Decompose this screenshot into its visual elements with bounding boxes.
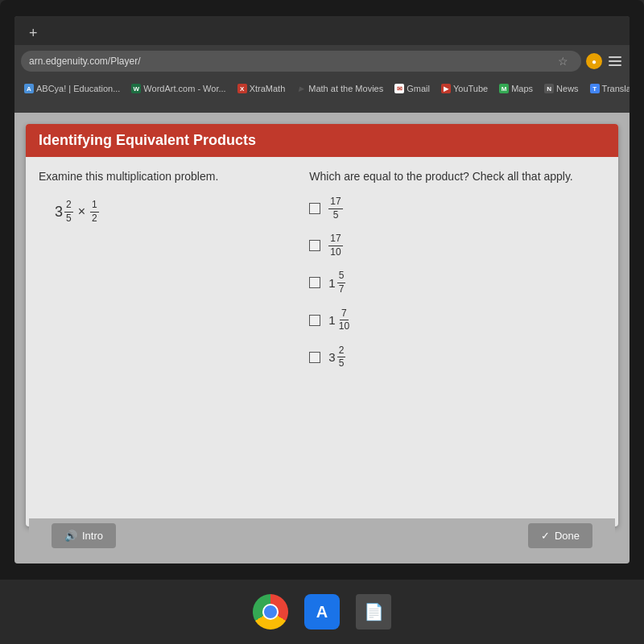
taskbar: A 📄: [0, 580, 644, 644]
bookmark-youtube[interactable]: ▶ YouTube: [436, 82, 493, 95]
math-icon: ▶: [296, 84, 306, 93]
choice-row-5[interactable]: 3 2 5: [309, 345, 605, 370]
choice-whole-4: 1: [328, 313, 335, 327]
bookmark-gmail-label: Gmail: [407, 84, 430, 93]
fraction-den-2: 2: [90, 213, 99, 225]
answer-choices: 17 5 17 10: [309, 196, 605, 370]
url-text: arn.edgenuity.com/Player/: [29, 56, 141, 67]
whole-part-1: 3: [55, 204, 63, 221]
card-body: Examine this multiplication problem. 3 2…: [26, 157, 618, 521]
address-bar[interactable]: arn.edgenuity.com/Player/ ☆: [21, 51, 581, 72]
bookmark-math[interactable]: ▶ Math at the Movies: [291, 82, 388, 95]
bookmark-star-icon[interactable]: ☆: [558, 55, 568, 68]
checkbox-3[interactable]: [309, 277, 320, 288]
checkbox-4[interactable]: [309, 315, 320, 326]
bookmark-wordart-label: WordArt.com - Wor...: [143, 84, 225, 93]
address-bar-row: arn.edgenuity.com/Player/ ☆ ●: [14, 45, 630, 77]
checkbox-2[interactable]: [309, 240, 320, 251]
fraction-num-2: 1: [90, 199, 99, 213]
fraction-den-1: 5: [64, 213, 73, 225]
checkbox-1[interactable]: [309, 203, 320, 214]
abcya-icon: A: [24, 84, 34, 93]
choice-value-1: 17 5: [328, 196, 342, 221]
choice-value-4: 1 7 10: [328, 308, 351, 333]
math-expression: 3 2 5 × 1 2: [55, 199, 285, 225]
choice-value-3: 1 5 7: [328, 270, 345, 295]
choice-fraction-4: 7 10: [337, 308, 351, 333]
files-taskbar-icon[interactable]: 📄: [356, 594, 391, 630]
bookmark-wordart[interactable]: W WordArt.com - Wor...: [126, 82, 230, 95]
examine-text: Examine this multiplication problem.: [39, 170, 285, 183]
bottom-bar: 🔊 Intro ✓ Done: [29, 518, 615, 552]
done-button[interactable]: ✓ Done: [528, 523, 592, 548]
bookmark-translate-label: Translate: [602, 84, 630, 93]
page-content: Identifying Equivalent Products Examine …: [14, 113, 630, 564]
screen: + arn.edgenuity.com/Player/ ☆ ● A ABCya!…: [14, 16, 630, 564]
choice-whole-3: 1: [328, 276, 335, 290]
checkmark-icon: ✓: [541, 530, 550, 542]
bookmarks-bar: A ABCya! | Education... W WordArt.com - …: [14, 77, 630, 100]
bookmark-maps[interactable]: M Maps: [494, 82, 538, 95]
tab-bar: +: [14, 16, 630, 45]
news-icon: N: [544, 84, 554, 93]
bookmark-xtramath-label: XtraMath: [250, 84, 286, 93]
speaker-icon: 🔊: [64, 530, 77, 542]
choice-value-2: 17 10: [328, 233, 342, 258]
bookmark-youtube-label: YouTube: [453, 84, 488, 93]
fraction-1: 2 5: [64, 199, 73, 225]
choice-mixed-5: 3 2 5: [328, 345, 345, 370]
translate-icon: T: [590, 84, 600, 93]
card-header: Identifying Equivalent Products: [26, 124, 618, 157]
choice-mixed-4: 1 7 10: [328, 308, 351, 333]
choice-fraction-1: 17 5: [328, 196, 342, 221]
which-text: Which are equal to the product? Check al…: [309, 170, 605, 183]
choice-fraction-3: 5 7: [337, 270, 346, 295]
wordart-icon: W: [131, 84, 141, 93]
choice-mixed-3: 1 5 7: [328, 270, 345, 295]
intro-button-label: Intro: [82, 530, 103, 542]
times-symbol: ×: [78, 204, 85, 219]
bookmark-translate[interactable]: T Translate: [585, 82, 630, 95]
browser-menu-icon[interactable]: [607, 53, 623, 69]
bookmark-news-label: News: [556, 84, 579, 93]
choice-row-1[interactable]: 17 5: [309, 196, 605, 221]
choice-fraction-5: 2 5: [337, 345, 346, 370]
xtramath-icon: X: [237, 84, 247, 93]
fraction-num-1: 2: [64, 199, 73, 213]
maps-icon: M: [499, 84, 509, 93]
bookmark-abcya-label: ABCya! | Education...: [36, 84, 120, 93]
choice-fraction-2: 17 10: [328, 233, 342, 258]
bookmark-news[interactable]: N News: [539, 82, 584, 95]
extension-icon[interactable]: ●: [586, 53, 602, 69]
mixed-number-1: 3 2 5: [55, 199, 73, 225]
a-icon-label: A: [316, 603, 328, 621]
checkbox-5[interactable]: [309, 352, 320, 363]
content-card: Identifying Equivalent Products Examine …: [26, 124, 618, 526]
files-icon-label: 📄: [364, 602, 384, 621]
bookmark-xtramath[interactable]: X XtraMath: [233, 82, 291, 95]
choice-value-5: 3 2 5: [328, 345, 345, 370]
bookmark-math-label: Math at the Movies: [308, 84, 383, 93]
right-panel: Which are equal to the product? Check al…: [301, 170, 605, 508]
youtube-icon: ▶: [441, 84, 451, 93]
browser-chrome: + arn.edgenuity.com/Player/ ☆ ● A ABCya!…: [14, 16, 630, 113]
bookmark-maps-label: Maps: [511, 84, 533, 93]
choice-row-2[interactable]: 17 10: [309, 233, 605, 258]
a-taskbar-icon[interactable]: A: [304, 594, 340, 630]
page-title: Identifying Equivalent Products: [39, 132, 605, 149]
gmail-icon: ✉: [394, 84, 404, 93]
fraction-2: 1 2: [90, 199, 99, 225]
done-button-label: Done: [555, 530, 580, 542]
choice-row-3[interactable]: 1 5 7: [309, 270, 605, 295]
bookmark-abcya[interactable]: A ABCya! | Education...: [19, 82, 125, 95]
choice-row-4[interactable]: 1 7 10: [309, 308, 605, 333]
bookmark-gmail[interactable]: ✉ Gmail: [390, 82, 435, 95]
chrome-taskbar-icon[interactable]: [253, 594, 288, 630]
choice-whole-5: 3: [328, 350, 335, 364]
new-tab-button[interactable]: +: [21, 22, 46, 45]
intro-button[interactable]: 🔊 Intro: [52, 523, 116, 548]
left-panel: Examine this multiplication problem. 3 2…: [39, 170, 301, 508]
